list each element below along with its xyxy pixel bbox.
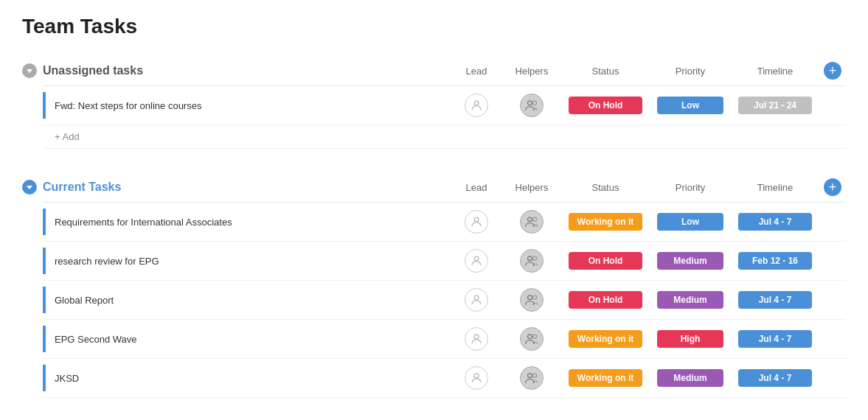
task-bar (43, 365, 46, 391)
task-timeline[interactable]: Feb 12 - 16 (731, 252, 819, 270)
task-helpers[interactable] (502, 249, 561, 273)
task-status[interactable]: On Hold (561, 252, 650, 270)
task-timeline[interactable]: Jul 4 - 7 (731, 330, 819, 348)
task-status[interactable]: On Hold (561, 291, 650, 309)
task-status[interactable]: Working on it (561, 213, 650, 231)
helpers-avatar (520, 288, 544, 312)
task-helpers[interactable] (502, 288, 561, 312)
priority-badge: Medium (657, 252, 723, 270)
task-helpers[interactable] (502, 94, 561, 117)
lead-avatar (465, 249, 488, 273)
lead-avatar (465, 327, 488, 351)
task-status[interactable]: Working on it (561, 369, 650, 387)
table-row[interactable]: JKSD (43, 359, 846, 398)
table-row[interactable]: EPG Second Wave (43, 320, 846, 359)
task-lead[interactable] (451, 288, 502, 312)
task-timeline[interactable]: Jul 4 - 7 (731, 291, 819, 309)
unassigned-task-table: Fwd: Next steps for online courses (43, 85, 846, 149)
svg-point-18 (528, 374, 532, 378)
lead-avatar (465, 94, 488, 117)
svg-point-14 (474, 335, 479, 339)
task-bar (43, 326, 46, 352)
task-name: EPG Second Wave (55, 334, 451, 345)
current-section: Current Tasks Lead Helpers Status Priori… (22, 172, 846, 398)
timeline-badge: Jul 4 - 7 (738, 330, 812, 348)
timeline-badge: Feb 12 - 16 (738, 252, 812, 270)
task-lead[interactable] (451, 327, 502, 351)
add-task-row[interactable]: + Add (43, 125, 846, 149)
task-timeline[interactable]: Jul 4 - 7 (731, 213, 819, 231)
current-task-table: Requirements for International Associate… (43, 202, 846, 398)
table-row[interactable]: Global Report (43, 281, 846, 320)
task-name: research review for EPG (55, 256, 451, 267)
task-lead[interactable] (451, 366, 502, 390)
task-priority[interactable]: Medium (650, 291, 731, 309)
task-priority[interactable]: High (650, 330, 731, 348)
task-name: Requirements for International Associate… (55, 217, 451, 228)
task-priority[interactable]: Medium (650, 369, 731, 387)
task-status[interactable]: On Hold (561, 97, 650, 114)
svg-point-11 (474, 295, 479, 300)
task-name: Global Report (55, 295, 451, 306)
task-helpers[interactable] (502, 327, 561, 351)
task-lead[interactable] (451, 94, 502, 117)
task-lead[interactable] (451, 210, 502, 234)
current-toggle[interactable] (22, 180, 37, 195)
task-priority[interactable]: Low (650, 213, 731, 231)
svg-point-5 (474, 217, 479, 222)
helpers-avatar (520, 249, 544, 273)
current-title: Current Tasks (43, 181, 451, 194)
status-badge: Working on it (569, 330, 642, 348)
task-priority[interactable]: Medium (650, 252, 731, 270)
svg-point-19 (533, 374, 537, 377)
svg-point-16 (533, 335, 537, 338)
timeline-badge: Jul 4 - 7 (738, 369, 812, 387)
unassigned-toggle[interactable] (22, 63, 37, 78)
svg-point-10 (533, 256, 537, 260)
svg-point-9 (528, 256, 532, 261)
task-lead[interactable] (451, 249, 502, 273)
task-timeline[interactable]: Jul 21 - 24 (731, 97, 819, 114)
helpers-avatar (520, 210, 544, 234)
unassigned-col-status: Status (561, 66, 650, 77)
table-row[interactable]: Requirements for International Associate… (43, 203, 846, 242)
svg-marker-4 (27, 186, 32, 189)
priority-badge: High (657, 330, 723, 348)
unassigned-col-helpers: Helpers (502, 66, 561, 77)
svg-point-15 (528, 335, 532, 339)
task-helpers[interactable] (502, 210, 561, 234)
timeline-badge: Jul 21 - 24 (738, 97, 812, 114)
task-bar (43, 209, 46, 235)
task-helpers[interactable] (502, 366, 561, 390)
helpers-avatar (520, 94, 544, 117)
task-bar (43, 92, 46, 119)
task-status[interactable]: Working on it (561, 330, 650, 348)
task-bar (43, 248, 46, 274)
timeline-badge: Jul 4 - 7 (738, 291, 812, 309)
current-add-button[interactable]: + (824, 178, 841, 196)
table-row[interactable]: research review for EPG (43, 242, 846, 281)
task-name: JKSD (55, 373, 451, 384)
unassigned-add-button[interactable]: + (824, 62, 841, 80)
current-col-lead: Lead (451, 182, 502, 193)
svg-marker-0 (27, 69, 32, 73)
current-col-status: Status (561, 182, 650, 193)
task-priority[interactable]: Low (650, 97, 731, 114)
priority-badge: Low (657, 97, 723, 114)
task-timeline[interactable]: Jul 4 - 7 (731, 369, 819, 387)
status-badge: On Hold (569, 252, 642, 270)
svg-point-7 (533, 217, 537, 221)
unassigned-col-priority: Priority (650, 66, 731, 77)
lead-avatar (465, 288, 488, 312)
svg-point-6 (528, 217, 532, 222)
status-badge: On Hold (569, 97, 642, 114)
unassigned-col-timeline: Timeline (731, 66, 819, 77)
svg-point-13 (533, 295, 537, 299)
status-badge: Working on it (569, 369, 642, 387)
lead-avatar (465, 366, 488, 390)
lead-avatar (465, 210, 488, 234)
status-badge: On Hold (569, 291, 642, 309)
svg-point-3 (533, 101, 537, 105)
table-row[interactable]: Fwd: Next steps for online courses (43, 86, 846, 125)
current-col-helpers: Helpers (502, 182, 561, 193)
